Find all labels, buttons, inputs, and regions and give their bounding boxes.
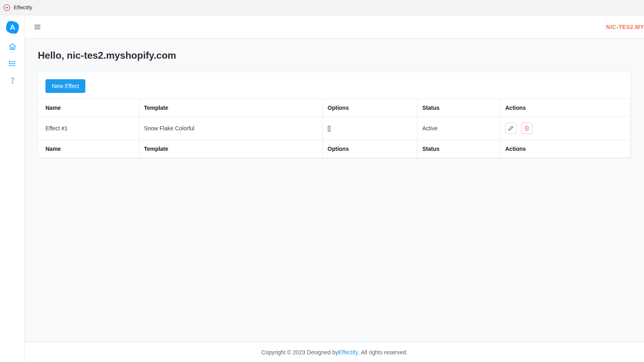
page-title: Hello, nic-tes2.myshopify.com [38, 50, 631, 61]
table-header-row: Name Template Options Status Actions [38, 99, 631, 117]
trash-icon [524, 125, 530, 131]
pencil-icon [508, 125, 514, 131]
list-icon[interactable] [8, 60, 17, 68]
table-row: Effect #1 Snow Flake Colorful [] Active [38, 117, 631, 140]
svg-point-4 [9, 61, 10, 62]
edit-button[interactable] [505, 123, 516, 134]
brand-logo[interactable]: A [6, 21, 19, 34]
svg-point-6 [9, 65, 10, 66]
table-footer-row: Name Template Options Status Actions [38, 140, 631, 158]
topbar: NIC-TES2.MYSHOPIFY.COM [25, 15, 644, 39]
sidebar: A [0, 15, 25, 362]
app-banner: Effectify [0, 0, 644, 15]
svg-point-7 [12, 82, 13, 83]
col-header-status: Status [417, 99, 500, 117]
footer-text-suffix: . All rights reserved. [358, 349, 408, 356]
col-header-template: Template [139, 99, 322, 117]
delete-button[interactable] [521, 123, 533, 134]
col-footer-template: Template [139, 140, 322, 158]
svg-point-5 [9, 63, 10, 64]
cell-name: Effect #1 [38, 117, 139, 140]
new-effect-button[interactable]: New Effect [45, 79, 85, 93]
cell-template: Snow Flake Colorful [139, 117, 322, 140]
col-footer-actions: Actions [500, 140, 631, 158]
help-icon[interactable] [8, 76, 17, 84]
footer-text-prefix: Copyright © 2023 Designed by [261, 349, 338, 356]
col-header-actions: Actions [500, 99, 631, 117]
hamburger-icon[interactable] [34, 23, 41, 31]
footer: Copyright © 2023 Designed by Effectify .… [25, 342, 644, 362]
cell-options: [] [322, 117, 417, 140]
effects-card: New Effect Name Template Options Status … [38, 72, 631, 158]
col-footer-name: Name [38, 140, 139, 158]
col-footer-options: Options [322, 140, 417, 158]
app-banner-title: Effectify [14, 4, 32, 10]
effects-table: Name Template Options Status Actions Eff… [38, 99, 631, 158]
store-link[interactable]: NIC-TES2.MYSHOPIFY.COM [606, 24, 644, 30]
col-footer-status: Status [417, 140, 500, 158]
col-header-options: Options [322, 99, 417, 117]
cell-actions [500, 117, 631, 140]
col-header-name: Name [38, 99, 139, 117]
home-icon[interactable] [8, 43, 17, 51]
footer-link[interactable]: Effectify [338, 349, 358, 356]
cell-status: Active [417, 117, 500, 140]
effectify-swirl-icon [3, 4, 10, 11]
